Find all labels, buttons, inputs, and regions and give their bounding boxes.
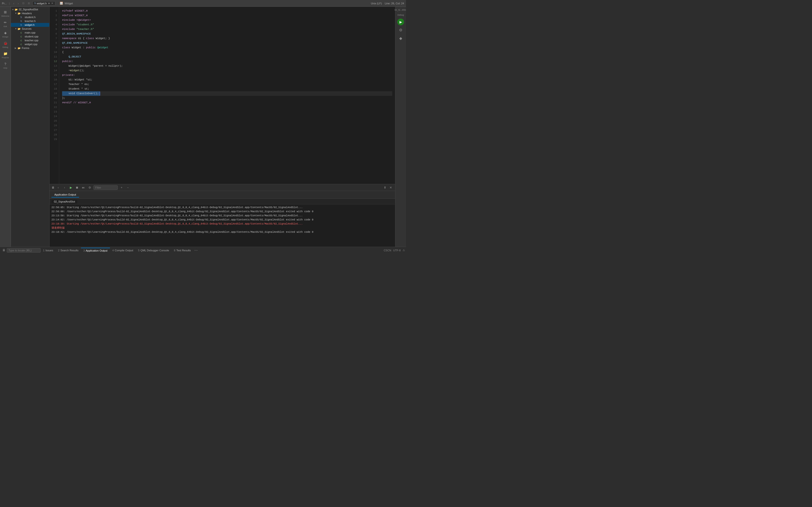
main-cpp-label: main.cpp <box>24 31 36 34</box>
file-tree: ▼ 📂 02_SignalAndSlot ▼ 📂 Headers h stude… <box>11 7 50 247</box>
title-bar: Pr... | ‹ › ⊟ ⊞ h widget.h ▼ ✕ 🪟 Widget … <box>0 0 406 7</box>
output-line-5: 23:14:02: /Users/esther/Qt/LearningProce… <box>51 218 393 222</box>
output-next-btn[interactable]: › <box>62 185 67 190</box>
tree-widget-h[interactable]: h widget.h <box>11 23 49 27</box>
code-line-28: #endif // WIDGET_H <box>62 101 392 105</box>
expand-tabs-icon[interactable]: ⋯ <box>194 248 198 252</box>
sidebar-item-design[interactable]: ◈ Design <box>0 30 10 39</box>
tree-root-folder[interactable]: ▼ 📂 02_SignalAndSlot <box>11 8 49 11</box>
sidebar-item-edit[interactable]: ✏ Edit <box>0 19 10 29</box>
tree-sources-folder[interactable]: ▼ 📂 Sources <box>11 27 49 31</box>
sidebar-item-projects[interactable]: 📁 Projects <box>0 50 10 60</box>
bottom-tab-appoutput[interactable]: 3Application Output <box>81 248 110 253</box>
widget-h-label: widget.h <box>24 23 35 26</box>
tree-main-cpp[interactable]: c main.cpp <box>11 31 49 35</box>
output-subtab-02signal[interactable]: 02_SignalAndSlot <box>51 200 77 204</box>
debug-label: Debug <box>2 46 8 48</box>
tab-file-icon: h <box>35 2 36 5</box>
code-line-2: #define WIDGET_H <box>62 13 392 18</box>
code-line-21: Ui::Widget *ui; <box>62 77 392 82</box>
project-name: Pr... <box>2 2 7 5</box>
sources-label: Sources <box>22 27 32 30</box>
output-step-btn[interactable]: ⏭ <box>81 185 86 190</box>
output-filter-input[interactable] <box>94 185 118 190</box>
widget-label: 🪟 <box>60 2 63 5</box>
split-icon[interactable]: ⊞ <box>27 2 31 5</box>
output-line-8: 请老师吃饭 <box>51 226 393 230</box>
bottom-tab-test[interactable]: 8Test Results <box>171 248 193 253</box>
code-area[interactable]: #ifndef WIDGET_H #define WIDGET_H #inclu… <box>59 7 395 184</box>
editor-content[interactable]: 1 2 3 4 5 6 7 8 9 10 11 12 13 14 15 16 1 <box>50 7 395 184</box>
bottom-tabs: ☰ 1Issues 2Search Results 3Application O… <box>0 247 406 253</box>
run-button[interactable]: ▶ <box>397 18 404 25</box>
warning-icon: ⚠ <box>403 249 405 252</box>
nav-back-icon[interactable]: ‹ <box>12 1 15 5</box>
output-tab-appoutput[interactable]: Application Output <box>51 192 79 198</box>
tree-teacher-h[interactable]: h teacher.h <box>11 19 49 23</box>
code-line-23: Teacher * es; <box>62 82 392 87</box>
output-tabs: Application Output <box>50 191 395 199</box>
code-line-24: Student * st; <box>62 87 392 91</box>
headers-folder-icon: 📂 <box>18 12 21 15</box>
sidebar-item-welcome[interactable]: ⊞ Welcome <box>0 9 10 18</box>
output-expand-btn[interactable]: ⬆ <box>383 185 388 190</box>
debug-run-button[interactable]: ◆ <box>397 35 404 42</box>
widget-name: Widget <box>64 2 73 5</box>
code-line-17: Widget(QWidget *parent = nullptr); <box>62 64 392 68</box>
hierarchy-icon[interactable]: ⊟ <box>21 2 26 5</box>
sidebar-item-help[interactable]: ? Help <box>0 61 10 70</box>
output-run-btn[interactable]: ▶ <box>68 185 73 190</box>
output-panel: 🖥 ‹ › ▶ ⏹ ⏭ ⚙ + − ⬆ ✕ Application Output <box>50 184 395 247</box>
teacher-cpp-label: teacher.cpp <box>24 39 39 42</box>
build-button[interactable]: ⚙ <box>397 27 404 34</box>
editor-column: 1 2 3 4 5 6 7 8 9 10 11 12 13 14 15 16 1 <box>50 7 395 247</box>
sidebar-item-debug[interactable]: 🐞 Debug <box>0 40 10 49</box>
tab-close-button[interactable]: ✕ <box>51 2 53 5</box>
code-line-27: }; <box>62 96 392 101</box>
utf8-label: UTF-8 <box>393 249 401 252</box>
title-bar-right: Unix (LF) Line: 26, Col: 24 <box>371 2 404 5</box>
edit-label: Edit <box>4 25 7 27</box>
tree-forms-folder[interactable]: ▶ 📂 Forms <box>11 46 49 50</box>
code-line-18: ~Widget(); <box>62 68 392 73</box>
student-cpp-label: student.cpp <box>24 35 39 38</box>
output-stop-btn[interactable]: ⏹ <box>75 185 80 190</box>
student-cpp-icon: c <box>20 35 24 38</box>
sources-arrow: ▼ <box>15 27 18 30</box>
output-settings-btn[interactable]: ⚙ <box>87 185 92 190</box>
widget-h-icon: h <box>20 24 24 26</box>
title-bar-left: Pr... | ‹ › ⊟ ⊞ h widget.h ▼ ✕ 🪟 Widget <box>2 1 73 6</box>
nav-forward-icon[interactable]: › <box>17 1 20 5</box>
position-label: Line: 26, Col: 24 <box>385 2 404 5</box>
tab-close-icon[interactable]: ▼ <box>48 2 50 5</box>
root-folder-icon: 📂 <box>15 8 18 11</box>
tree-widget-cpp[interactable]: c widget.cpp <box>11 42 49 46</box>
output-remove-btn[interactable]: − <box>125 185 130 190</box>
run-debug-label: Debug <box>398 14 404 16</box>
output-monitor-icon: 🖥 <box>51 186 54 189</box>
locate-input[interactable] <box>7 248 41 252</box>
welcome-label: Welcome <box>1 15 9 17</box>
output-close-btn[interactable]: ✕ <box>388 185 393 190</box>
bottom-tab-search[interactable]: 2Search Results <box>56 248 81 253</box>
teacher-h-label: teacher.h <box>24 19 36 22</box>
output-prev-btn[interactable]: ‹ <box>56 185 61 190</box>
output-text-area[interactable]: 22:56:05: Starting /Users/esther/Qt/Lear… <box>50 205 395 247</box>
tree-student-cpp[interactable]: c student.cpp <box>11 35 49 38</box>
bottom-tab-qml[interactable]: 5QML Debugger Console <box>136 248 171 253</box>
widget-cpp-icon: c <box>20 43 24 46</box>
forms-arrow: ▶ <box>15 47 18 49</box>
tree-student-h[interactable]: h student.h <box>11 15 49 19</box>
sidebar-icons: ⊞ Welcome ✏ Edit ◈ Design 🐞 Debug 📁 Proj… <box>0 7 11 247</box>
tree-headers-folder[interactable]: ▼ 📂 Headers <box>11 11 49 15</box>
bottom-left-btn[interactable]: ☰ <box>1 247 7 253</box>
code-line-6: #include "teacher.h" <box>62 27 392 32</box>
headers-arrow: ▼ <box>15 12 18 14</box>
output-add-btn[interactable]: + <box>119 185 124 190</box>
output-line-9: 23:18:42: /Users/esther/Qt/LearningProce… <box>51 230 393 234</box>
bottom-tab-issues[interactable]: 1Issues <box>41 248 56 253</box>
editor-tab[interactable]: h widget.h ▼ ✕ <box>33 1 55 6</box>
tree-teacher-cpp[interactable]: c teacher.cpp <box>11 38 49 42</box>
bottom-tab-compile[interactable]: 4Compile Output <box>110 248 136 253</box>
line-numbers: 1 2 3 4 5 6 7 8 9 10 11 12 13 14 15 16 1 <box>50 7 59 184</box>
